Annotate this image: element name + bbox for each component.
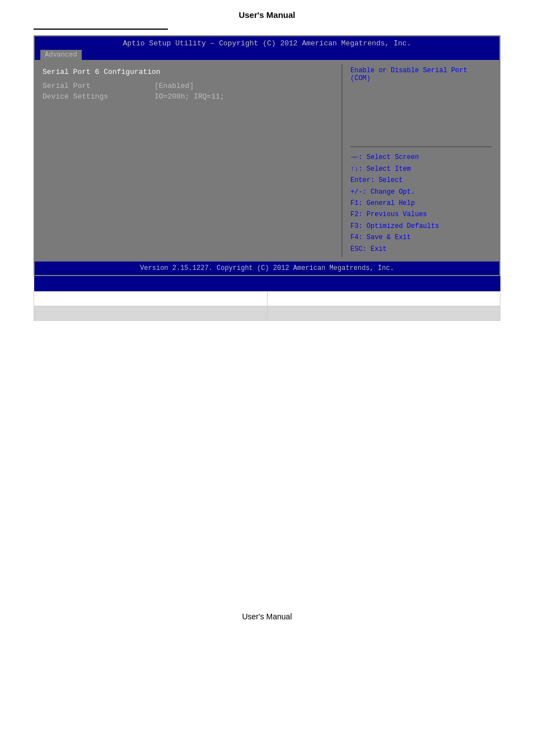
bios-shortcuts: →←: Select Screen ↑↓: Select Item Enter:… xyxy=(350,152,491,255)
bios-tab-advanced[interactable]: Advanced xyxy=(40,50,82,60)
shortcut-enter-select: Enter: Select xyxy=(350,175,491,186)
table-header-col1 xyxy=(34,276,268,292)
table-cell-2-1 xyxy=(34,306,268,321)
bios-body: Serial Port 6 Configuration Serial Port … xyxy=(35,60,499,262)
bios-horizontal-divider xyxy=(350,146,491,147)
shortcut-general-help: F1: General Help xyxy=(350,198,491,209)
shortcut-esc-exit: ESC: Exit xyxy=(350,244,491,255)
bios-value-serial-port: [Enabled] xyxy=(154,82,194,90)
table-cell-1-2 xyxy=(267,292,500,306)
title-divider xyxy=(34,29,168,30)
bios-header-text: Aptio Setup Utility – Copyright (C) 2012… xyxy=(35,36,499,48)
bios-label-device-settings: Device Settings xyxy=(43,92,154,101)
bios-help-text: Enable or Disable Serial Port (COM) xyxy=(350,67,491,136)
page-title-bottom: User's Manual xyxy=(0,612,534,621)
table-row xyxy=(34,292,500,306)
shortcut-optimized-defaults: F3: Optimized Defaults xyxy=(350,221,491,232)
table-row xyxy=(34,306,500,321)
table-header-col2 xyxy=(267,276,500,292)
bios-tab-row: Advanced xyxy=(35,48,499,60)
bios-value-device-settings: IO=208h; IRQ=11; xyxy=(154,92,224,101)
bios-row-device-settings: Device Settings IO=208h; IRQ=11; xyxy=(43,92,334,101)
bios-label-serial-port: Serial Port xyxy=(43,82,154,90)
bios-left-panel: Serial Port 6 Configuration Serial Port … xyxy=(35,60,341,262)
shortcut-previous-values: F2: Previous Values xyxy=(350,209,491,220)
shortcut-change-opt: +/-: Change Opt. xyxy=(350,186,491,198)
bios-section-title: Serial Port 6 Configuration xyxy=(43,68,334,76)
table-cell-1-1 xyxy=(34,292,268,306)
bios-footer-text: Version 2.15.1227. Copyright (C) 2012 Am… xyxy=(35,262,499,275)
table-header-row xyxy=(34,276,500,292)
info-table xyxy=(34,276,500,321)
shortcut-select-screen: →←: Select Screen xyxy=(350,152,491,163)
shortcut-select-item: ↑↓: Select Item xyxy=(350,164,491,175)
shortcut-save-exit: F4: Save & Exit xyxy=(350,232,491,243)
table-cell-2-2 xyxy=(267,306,500,321)
bios-screenshot: Aptio Setup Utility – Copyright (C) 2012… xyxy=(34,35,500,276)
page-title-top: User's Manual xyxy=(0,0,534,25)
bios-right-panel: Enable or Disable Serial Port (COM) →←: … xyxy=(343,60,499,262)
bios-row-serial-port: Serial Port [Enabled] xyxy=(43,82,334,90)
